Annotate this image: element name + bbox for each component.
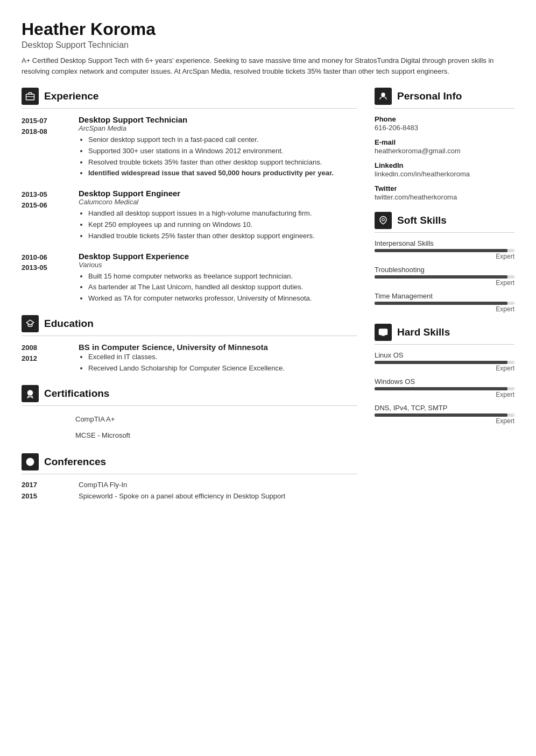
exp-date: 2015-072018-08: [22, 115, 70, 179]
candidate-summary: A+ Certified Desktop Support Tech with 6…: [22, 55, 514, 77]
personal-info-label: Twitter: [375, 184, 514, 192]
cert-item: MCSE - Microsoft: [75, 429, 357, 443]
skill-bar-bg: [375, 275, 514, 279]
skill-item: Time ManagementExpert: [375, 292, 514, 313]
exp-bullet: As bartender at The Last Unicorn, handle…: [88, 282, 357, 293]
skill-level: Expert: [375, 253, 514, 260]
skill-bar-bg: [375, 413, 514, 417]
exp-bullets: Handled all desktop support issues in a …: [79, 208, 357, 241]
education-entries: 20082012BS in Computer Science, Universi…: [22, 343, 357, 374]
cert-item: CompTIA A+: [75, 412, 357, 426]
skill-bar-bg: [375, 361, 514, 364]
hard-skills-section: Hard Skills Linux OSExpertWindows OSExpe…: [375, 324, 514, 425]
conf-name: CompTIA Fly-In: [79, 481, 127, 489]
exp-bullet: Handled all desktop support issues in a …: [88, 208, 357, 219]
exp-bullet: Identified widespread issue that saved 5…: [88, 168, 357, 179]
candidate-name: Heather Koroma: [22, 19, 514, 39]
skill-name: DNS, IPv4, TCP, SMTP: [375, 404, 514, 412]
experience-entry: 2013-052015-06Desktop Support EngineerCa…: [22, 189, 357, 241]
edu-degree: BS in Computer Science, University of Mi…: [79, 343, 285, 352]
conference-entry: 2015Spiceworld - Spoke on a panel about …: [22, 492, 357, 500]
skill-name: Troubleshooting: [375, 266, 514, 274]
exp-bullet: Senior desktop support tech in a fast-pa…: [88, 134, 357, 146]
personal-info-label: LinkedIn: [375, 161, 514, 169]
exp-title: Desktop Support Technician: [79, 115, 357, 124]
skill-bar-fill: [375, 413, 507, 417]
personal-info-section: Personal Info Phone616-206-8483E-mailhea…: [375, 88, 514, 201]
education-title: Education: [44, 318, 94, 330]
skill-name: Linux OS: [375, 351, 514, 359]
skill-bar-fill: [375, 361, 507, 364]
personal-info-item: Twittertwitter.com/heatherkoroma: [375, 184, 514, 201]
svg-rect-7: [379, 329, 387, 335]
personal-info-items: Phone616-206-8483E-mailheatherkoroma@gma…: [375, 115, 514, 201]
exp-company: Calumcoro Medical: [79, 198, 357, 206]
skill-level: Expert: [375, 417, 514, 425]
hard-skills-items: Linux OSExpertWindows OSExpertDNS, IPv4,…: [375, 351, 514, 425]
conferences-entries: 2017CompTIA Fly-In2015Spiceworld - Spoke…: [22, 481, 357, 500]
personal-info-item: Phone616-206-8483: [375, 115, 514, 132]
svg-point-5: [382, 93, 385, 96]
certifications-icon: [22, 385, 39, 402]
edu-date: 20082012: [22, 343, 70, 374]
experience-entries: 2015-072018-08Desktop Support Technician…: [22, 115, 357, 304]
skill-level: Expert: [375, 391, 514, 398]
skill-bar-bg: [375, 302, 514, 305]
svg-point-2: [28, 390, 33, 395]
skill-bar-bg: [375, 249, 514, 252]
exp-bullets: Senior desktop support tech in a fast-pa…: [79, 134, 357, 179]
exp-company: ArcSpan Media: [79, 124, 357, 132]
header: Heather Koroma Desktop Support Technicia…: [22, 19, 514, 77]
experience-entry: 2015-072018-08Desktop Support Technician…: [22, 115, 357, 179]
conf-name: Spiceworld - Spoke on a panel about effi…: [79, 492, 285, 500]
exp-title: Desktop Support Engineer: [79, 189, 357, 198]
exp-bullet: Built 15 home computer networks as freel…: [88, 271, 357, 282]
exp-date: 2010-062013-05: [22, 252, 70, 304]
skill-bar-fill: [375, 249, 507, 252]
hard-skills-header: Hard Skills: [375, 324, 514, 345]
experience-icon: [22, 88, 39, 105]
skill-item: Linux OSExpert: [375, 351, 514, 372]
soft-skills-section: Soft Skills Interpersonal SkillsExpertTr…: [375, 212, 514, 313]
skill-item: TroubleshootingExpert: [375, 266, 514, 287]
svg-rect-0: [26, 94, 34, 100]
certifications-title: Certifications: [44, 388, 109, 400]
personal-info-value: 616-206-8483: [375, 124, 418, 132]
personal-info-item: LinkedInlinkedin.com/in/heatherkoroma: [375, 161, 514, 178]
conferences-section: Conferences 2017CompTIA Fly-In2015Spicew…: [22, 453, 357, 500]
skill-bar-fill: [375, 275, 507, 279]
conf-year: 2017: [22, 481, 70, 489]
conferences-title: Conferences: [44, 456, 106, 468]
skill-item: Interpersonal SkillsExpert: [375, 239, 514, 260]
education-entry: 20082012BS in Computer Science, Universi…: [22, 343, 357, 374]
certifications-section: Certifications CompTIA A+MCSE - Microsof…: [22, 385, 357, 443]
exp-content: Desktop Support EngineerCalumcoro Medica…: [79, 189, 357, 241]
hard-skills-title: Hard Skills: [397, 326, 450, 338]
personal-info-value: heatherkoroma@gmail.com: [375, 147, 461, 155]
resume-page: Heather Koroma Desktop Support Technicia…: [0, 0, 536, 756]
skill-bar-fill: [375, 302, 507, 305]
exp-company: Various: [79, 261, 357, 269]
experience-header: Experience: [22, 88, 357, 109]
soft-skills-items: Interpersonal SkillsExpertTroubleshootin…: [375, 239, 514, 313]
soft-skills-icon: [375, 212, 392, 229]
education-header: Education: [22, 315, 357, 336]
conference-entry: 2017CompTIA Fly-In: [22, 481, 357, 489]
conf-year: 2015: [22, 492, 70, 500]
edu-bullets: Excelled in IT classes.Received Lando Sc…: [79, 352, 285, 374]
personal-info-icon: [375, 88, 392, 105]
exp-date: 2013-052015-06: [22, 189, 70, 241]
exp-content: Desktop Support TechnicianArcSpan MediaS…: [79, 115, 357, 179]
skill-item: Windows OSExpert: [375, 377, 514, 398]
skill-name: Interpersonal Skills: [375, 239, 514, 247]
edu-bullet: Received Lando Scholarship for Computer …: [88, 363, 285, 374]
skill-item: DNS, IPv4, TCP, SMTPExpert: [375, 404, 514, 425]
soft-skills-header: Soft Skills: [375, 212, 514, 233]
exp-bullets: Built 15 home computer networks as freel…: [79, 271, 357, 304]
personal-info-title: Personal Info: [397, 90, 462, 102]
education-icon: [22, 315, 39, 332]
svg-point-6: [382, 218, 385, 221]
exp-title: Desktop Support Experience: [79, 252, 357, 261]
personal-info-item: E-mailheatherkoroma@gmail.com: [375, 138, 514, 155]
right-column: Personal Info Phone616-206-8483E-mailhea…: [375, 88, 514, 511]
